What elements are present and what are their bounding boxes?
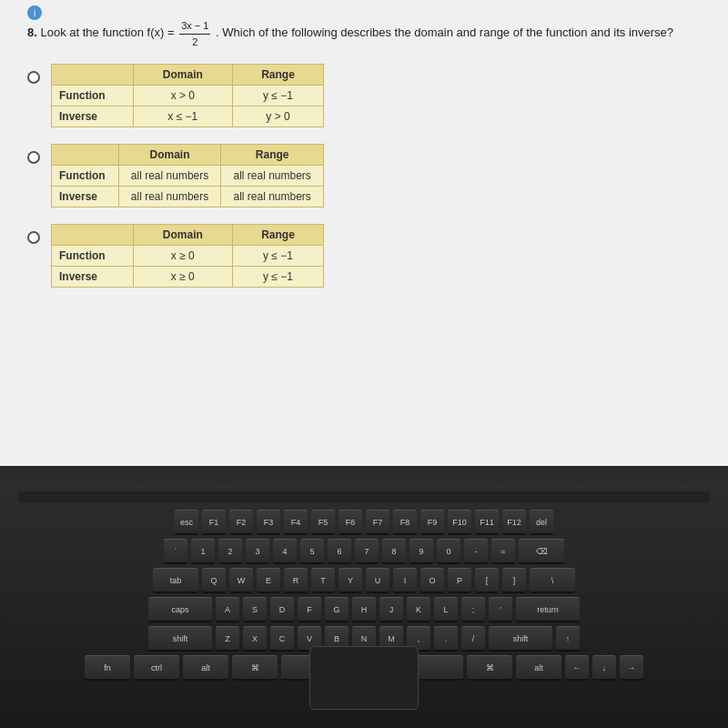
- radio-option-2[interactable]: [27, 151, 40, 164]
- key-7[interactable]: 7: [355, 539, 379, 564]
- key-c[interactable]: C: [270, 626, 294, 652]
- key-right[interactable]: →: [620, 655, 643, 681]
- key-minus[interactable]: -: [464, 539, 488, 564]
- key-semicolon[interactable]: ;: [461, 597, 485, 622]
- key-6[interactable]: 6: [328, 539, 351, 564]
- key-h[interactable]: H: [352, 597, 376, 622]
- key-i[interactable]: I: [393, 568, 417, 593]
- question-text-before: Look at the function: [40, 25, 143, 39]
- option-row-2: Domain Range Function all real numbers a…: [27, 144, 701, 207]
- key-cmd-left[interactable]: ⌘: [232, 655, 278, 681]
- key-f[interactable]: F: [298, 597, 321, 622]
- key-f11[interactable]: F11: [475, 510, 499, 535]
- key-8[interactable]: 8: [382, 539, 406, 564]
- key-e[interactable]: E: [257, 568, 280, 593]
- key-f12[interactable]: F12: [502, 510, 526, 535]
- key-1[interactable]: 1: [191, 539, 215, 564]
- key-k[interactable]: K: [407, 597, 430, 622]
- option-row-1: Domain Range Function x > 0 y ≤ −1 Inver…: [27, 64, 701, 127]
- key-lbracket[interactable]: [: [475, 568, 499, 593]
- key-g[interactable]: G: [325, 597, 349, 622]
- key-4[interactable]: 4: [273, 539, 297, 564]
- key-left[interactable]: ←: [565, 655, 589, 681]
- key-equals[interactable]: =: [491, 539, 515, 564]
- key-escape[interactable]: esc: [175, 510, 198, 535]
- row-label-function-1: Function: [52, 86, 134, 106]
- key-s[interactable]: S: [243, 597, 267, 622]
- key-r[interactable]: R: [284, 568, 308, 593]
- function-domain-3: x ≥ 0: [133, 246, 232, 267]
- key-f1[interactable]: F1: [202, 510, 226, 535]
- key-slash[interactable]: /: [461, 626, 485, 652]
- key-del[interactable]: del: [530, 510, 553, 535]
- key-9[interactable]: 9: [410, 539, 433, 564]
- key-f7[interactable]: F7: [366, 510, 389, 535]
- key-backtick[interactable]: `: [164, 539, 187, 564]
- key-f6[interactable]: F6: [339, 510, 362, 535]
- function-domain-2: all real numbers: [118, 166, 221, 187]
- key-z[interactable]: Z: [216, 626, 239, 652]
- col-header-empty-2: [52, 145, 119, 166]
- radio-option-3[interactable]: [27, 231, 40, 244]
- key-quote[interactable]: ': [489, 597, 512, 622]
- key-q[interactable]: Q: [202, 568, 226, 593]
- key-cmd-right[interactable]: ⌘: [467, 655, 512, 681]
- key-period[interactable]: .: [434, 626, 458, 652]
- key-3[interactable]: 3: [246, 539, 269, 564]
- key-y[interactable]: Y: [339, 568, 362, 593]
- key-row-4: caps A S D F G H J K L ; ' return: [18, 597, 710, 622]
- key-a[interactable]: A: [216, 597, 239, 622]
- col-header-domain-2: Domain: [118, 145, 221, 166]
- info-icon[interactable]: i: [27, 5, 42, 20]
- fraction-numerator: 3x − 1: [179, 18, 210, 35]
- key-ctrl[interactable]: ctrl: [134, 655, 179, 681]
- key-f4[interactable]: F4: [284, 510, 308, 535]
- key-up[interactable]: ↑: [556, 626, 580, 652]
- key-w[interactable]: W: [229, 568, 253, 593]
- key-rbracket[interactable]: ]: [502, 568, 526, 593]
- table-row: Inverse all real numbers all real number…: [52, 187, 324, 207]
- key-f2[interactable]: F2: [229, 510, 253, 535]
- key-tab[interactable]: tab: [153, 568, 198, 593]
- key-l[interactable]: L: [434, 597, 458, 622]
- key-backspace[interactable]: ⌫: [519, 539, 564, 564]
- key-o[interactable]: O: [420, 568, 444, 593]
- row-label-inverse-2: Inverse: [52, 187, 119, 207]
- key-shift-right[interactable]: shift: [489, 626, 552, 652]
- key-x[interactable]: X: [243, 626, 267, 652]
- key-backslash[interactable]: \: [530, 568, 575, 593]
- inverse-domain-2: all real numbers: [118, 187, 221, 207]
- key-shift-left[interactable]: shift: [148, 626, 212, 652]
- key-down[interactable]: ↓: [592, 655, 616, 681]
- key-d[interactable]: D: [270, 597, 294, 622]
- key-row-1: esc F1 F2 F3 F4 F5 F6 F7 F8 F9 F10 F11 F…: [18, 510, 710, 535]
- function-domain-1: x > 0: [133, 86, 232, 106]
- table-row: Inverse x ≤ −1 y > 0: [52, 106, 324, 127]
- table-row: Inverse x ≥ 0 y ≤ −1: [52, 267, 324, 288]
- key-5[interactable]: 5: [300, 539, 324, 564]
- col-header-domain-3: Domain: [133, 225, 232, 246]
- key-u[interactable]: U: [366, 568, 389, 593]
- key-t[interactable]: T: [311, 568, 335, 593]
- key-p[interactable]: P: [448, 568, 471, 593]
- keyboard-top-bar: [18, 491, 710, 502]
- key-j[interactable]: J: [379, 597, 403, 622]
- key-caps[interactable]: caps: [148, 597, 212, 622]
- key-f9[interactable]: F9: [420, 510, 444, 535]
- key-f10[interactable]: F10: [448, 510, 471, 535]
- row-label-inverse-1: Inverse: [52, 106, 134, 127]
- key-fn[interactable]: fn: [85, 655, 130, 681]
- inverse-domain-3: x ≥ 0: [133, 267, 232, 288]
- key-2[interactable]: 2: [218, 539, 242, 564]
- key-alt-left[interactable]: alt: [183, 655, 228, 681]
- row-label-function-3: Function: [52, 246, 134, 267]
- trackpad[interactable]: [309, 646, 419, 710]
- key-return[interactable]: return: [516, 597, 580, 622]
- key-f3[interactable]: F3: [257, 510, 280, 535]
- radio-option-1[interactable]: [27, 71, 40, 84]
- key-f5[interactable]: F5: [311, 510, 335, 535]
- key-0[interactable]: 0: [437, 539, 460, 564]
- inverse-range-3: y ≤ −1: [233, 267, 324, 288]
- key-alt-right[interactable]: alt: [516, 655, 561, 681]
- key-f8[interactable]: F8: [393, 510, 417, 535]
